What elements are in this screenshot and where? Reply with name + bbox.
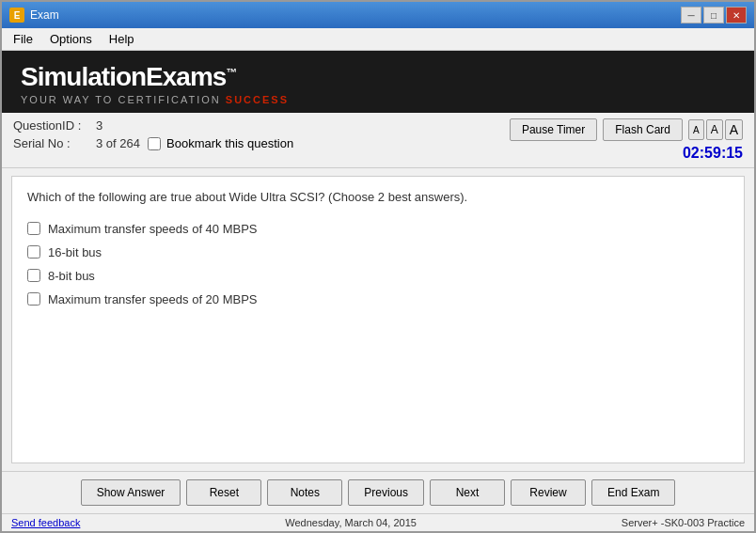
reset-button[interactable]: Reset <box>186 479 261 506</box>
font-medium-button[interactable]: A <box>706 119 723 140</box>
question-id-label: QuestionID : <box>13 118 88 133</box>
font-small-button[interactable]: A <box>688 119 704 140</box>
bookmark-checkbox[interactable] <box>148 137 161 150</box>
question-id-value: 3 <box>96 118 102 133</box>
flash-card-button[interactable]: Flash Card <box>603 118 683 141</box>
title-bar-left: E Exam <box>9 8 59 23</box>
menu-options[interactable]: Options <box>42 30 100 48</box>
bookmark-label[interactable]: Bookmark this question <box>166 136 293 150</box>
controls-top: Pause Timer Flash Card A A A <box>510 118 743 141</box>
answer-checkbox-2[interactable] <box>27 245 40 259</box>
banner-subtitle-prefix: YOUR WAY TO CERTIFICATION <box>21 94 226 105</box>
bookmark-area: Bookmark this question <box>148 136 293 150</box>
bottom-toolbar: Show Answer Reset Notes Previous Next Re… <box>2 471 754 513</box>
answer-checkbox-1[interactable] <box>27 222 40 235</box>
answer-label-2[interactable]: 16-bit bus <box>48 245 102 259</box>
title-bar: E Exam ─ □ ✕ <box>2 2 754 28</box>
font-size-controls: A A A <box>688 119 743 140</box>
maximize-button[interactable]: □ <box>703 7 724 24</box>
answer-option-2[interactable]: 16-bit bus <box>27 245 729 259</box>
menu-bar: File Options Help <box>2 28 754 51</box>
banner-subtitle: YOUR WAY TO CERTIFICATION SUCCESS <box>21 94 735 105</box>
send-feedback-link[interactable]: Send feedback <box>11 517 80 528</box>
answer-option-1[interactable]: Maximum transfer speeds of 40 MBPS <box>27 222 729 236</box>
menu-file[interactable]: File <box>6 30 40 48</box>
question-meta: QuestionID : 3 Serial No : 3 of 264 Book… <box>13 118 293 150</box>
question-text: Which of the following are true about Wi… <box>27 188 729 207</box>
close-button[interactable]: ✕ <box>726 7 747 24</box>
answer-label-1[interactable]: Maximum transfer speeds of 40 MBPS <box>48 222 258 236</box>
answer-checkbox-3[interactable] <box>27 269 40 282</box>
banner-trademark: ™ <box>226 66 236 79</box>
menu-help[interactable]: Help <box>102 30 142 48</box>
app-icon: E <box>9 8 24 23</box>
status-bar: Send feedback Wednesday, March 04, 2015 … <box>2 513 754 531</box>
next-button[interactable]: Next <box>430 479 505 506</box>
banner-title-text: SimulationExams <box>21 62 226 91</box>
banner-title: SimulationExams™ <box>21 62 735 92</box>
serial-no-row: Serial No : 3 of 264 Bookmark this quest… <box>13 136 293 150</box>
answer-checkbox-4[interactable] <box>27 292 40 306</box>
minimize-button[interactable]: ─ <box>681 7 701 24</box>
serial-no-label: Serial No : <box>13 136 88 150</box>
window-title: Exam <box>30 8 59 22</box>
end-exam-button[interactable]: End Exam <box>591 479 675 506</box>
banner: SimulationExams™ YOUR WAY TO CERTIFICATI… <box>2 51 754 113</box>
notes-button[interactable]: Notes <box>267 479 342 506</box>
app-icon-letter: E <box>14 10 21 21</box>
show-answer-button[interactable]: Show Answer <box>81 479 181 506</box>
serial-no-value: 3 of 264 <box>96 136 140 150</box>
answer-label-3[interactable]: 8-bit bus <box>48 269 95 283</box>
font-large-button[interactable]: A <box>725 119 743 140</box>
status-practice: Server+ -SK0-003 Practice <box>622 517 745 528</box>
question-header: QuestionID : 3 Serial No : 3 of 264 Book… <box>2 113 754 168</box>
pause-timer-button[interactable]: Pause Timer <box>510 118 597 141</box>
banner-subtitle-highlight: SUCCESS <box>226 94 289 105</box>
review-button[interactable]: Review <box>511 479 586 506</box>
window-controls: ─ □ ✕ <box>681 7 747 24</box>
question-area: Which of the following are true about Wi… <box>11 176 745 463</box>
answer-option-4[interactable]: Maximum transfer speeds of 20 MBPS <box>27 292 729 306</box>
main-window: E Exam ─ □ ✕ File Options Help Simulatio… <box>0 0 756 533</box>
status-date: Wednesday, March 04, 2015 <box>285 517 417 528</box>
timer-display: 02:59:15 <box>683 145 743 162</box>
previous-button[interactable]: Previous <box>348 479 424 506</box>
answer-label-4[interactable]: Maximum transfer speeds of 20 MBPS <box>48 292 258 306</box>
answer-option-3[interactable]: 8-bit bus <box>27 269 729 283</box>
question-controls: Pause Timer Flash Card A A A 02:59:15 <box>510 118 743 162</box>
question-id-row: QuestionID : 3 <box>13 118 293 133</box>
